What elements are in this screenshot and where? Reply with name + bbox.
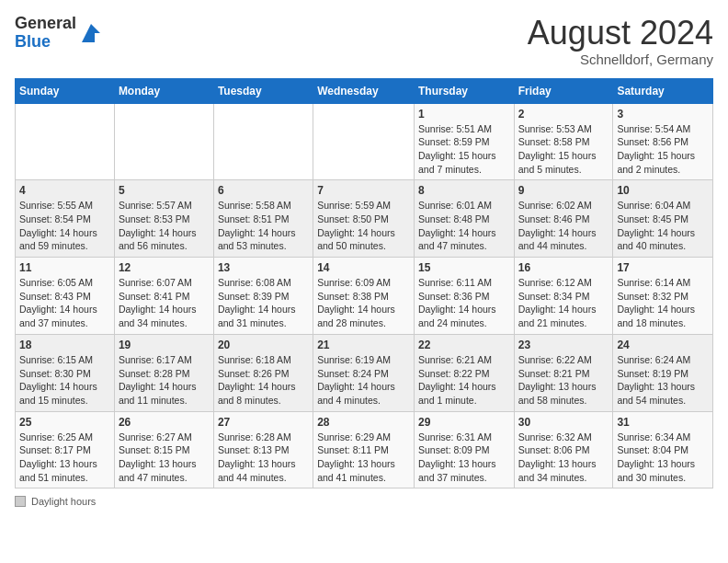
header-day-monday: Monday [114, 78, 213, 103]
day-info: Sunrise: 6:12 AM Sunset: 8:34 PM Dayligh… [518, 276, 609, 330]
day-number: 13 [218, 261, 309, 274]
day-number: 30 [518, 416, 609, 429]
calendar-cell: 3Sunrise: 5:54 AM Sunset: 8:56 PM Daylig… [613, 103, 713, 180]
calendar-cell: 14Sunrise: 6:09 AM Sunset: 8:38 PM Dayli… [313, 258, 415, 335]
location: Schnelldorf, Germany [528, 52, 713, 67]
calendar-cell [16, 103, 115, 180]
day-info: Sunrise: 5:58 AM Sunset: 8:51 PM Dayligh… [218, 199, 309, 253]
svg-marker-0 [82, 24, 100, 42]
calendar-cell: 11Sunrise: 6:05 AM Sunset: 8:43 PM Dayli… [16, 258, 115, 335]
day-number: 5 [119, 184, 210, 197]
day-number: 22 [418, 339, 510, 351]
calendar-cell: 29Sunrise: 6:31 AM Sunset: 8:09 PM Dayli… [414, 411, 514, 488]
calendar-cell [313, 103, 415, 180]
header-row: SundayMondayTuesdayWednesdayThursdayFrid… [16, 78, 713, 103]
calendar-cell: 23Sunrise: 6:22 AM Sunset: 8:21 PM Dayli… [514, 334, 613, 411]
calendar-cell: 10Sunrise: 6:04 AM Sunset: 8:45 PM Dayli… [613, 180, 713, 258]
calendar-cell: 13Sunrise: 6:08 AM Sunset: 8:39 PM Dayli… [213, 258, 313, 335]
header-day-sunday: Sunday [16, 78, 115, 103]
calendar-cell: 4Sunrise: 5:55 AM Sunset: 8:54 PM Daylig… [16, 180, 115, 258]
calendar-cell: 20Sunrise: 6:18 AM Sunset: 8:26 PM Dayli… [213, 334, 313, 411]
calendar-cell: 25Sunrise: 6:25 AM Sunset: 8:17 PM Dayli… [16, 411, 115, 488]
day-info: Sunrise: 6:01 AM Sunset: 8:48 PM Dayligh… [418, 199, 510, 253]
day-info: Sunrise: 6:08 AM Sunset: 8:39 PM Dayligh… [218, 276, 309, 330]
day-number: 2 [518, 108, 609, 121]
day-number: 31 [617, 416, 709, 429]
calendar-cell: 9Sunrise: 6:02 AM Sunset: 8:46 PM Daylig… [514, 180, 613, 258]
calendar-cell: 28Sunrise: 6:29 AM Sunset: 8:11 PM Dayli… [313, 411, 415, 488]
day-number: 18 [19, 339, 110, 351]
page-header: General Blue August 2024 Schnelldorf, Ge… [15, 15, 713, 67]
day-number: 29 [418, 416, 510, 429]
calendar-cell: 31Sunrise: 6:34 AM Sunset: 8:04 PM Dayli… [613, 411, 713, 488]
day-info: Sunrise: 5:59 AM Sunset: 8:50 PM Dayligh… [317, 199, 410, 253]
calendar-cell: 24Sunrise: 6:24 AM Sunset: 8:19 PM Dayli… [613, 334, 713, 411]
day-info: Sunrise: 5:55 AM Sunset: 8:54 PM Dayligh… [19, 199, 110, 253]
day-info: Sunrise: 6:15 AM Sunset: 8:30 PM Dayligh… [19, 353, 110, 408]
day-info: Sunrise: 6:17 AM Sunset: 8:28 PM Dayligh… [119, 353, 210, 408]
day-info: Sunrise: 6:31 AM Sunset: 8:09 PM Dayligh… [418, 431, 510, 485]
day-info: Sunrise: 5:53 AM Sunset: 8:58 PM Dayligh… [518, 122, 609, 177]
calendar-cell: 16Sunrise: 6:12 AM Sunset: 8:34 PM Dayli… [514, 258, 613, 335]
calendar-cell: 7Sunrise: 5:59 AM Sunset: 8:50 PM Daylig… [313, 180, 415, 258]
footer-note: Daylight hours [15, 496, 713, 507]
day-info: Sunrise: 6:05 AM Sunset: 8:43 PM Dayligh… [19, 276, 110, 330]
header-day-thursday: Thursday [414, 78, 514, 103]
calendar-cell: 8Sunrise: 6:01 AM Sunset: 8:48 PM Daylig… [414, 180, 514, 258]
day-info: Sunrise: 6:02 AM Sunset: 8:46 PM Dayligh… [518, 199, 609, 253]
day-info: Sunrise: 6:09 AM Sunset: 8:38 PM Dayligh… [317, 276, 410, 330]
day-number: 9 [518, 184, 609, 197]
day-info: Sunrise: 6:29 AM Sunset: 8:11 PM Dayligh… [317, 431, 410, 485]
header-day-friday: Friday [514, 78, 613, 103]
calendar-cell: 1Sunrise: 5:51 AM Sunset: 8:59 PM Daylig… [414, 103, 514, 180]
week-row-0: 1Sunrise: 5:51 AM Sunset: 8:59 PM Daylig… [16, 103, 713, 180]
day-number: 27 [218, 416, 309, 429]
day-info: Sunrise: 6:21 AM Sunset: 8:22 PM Dayligh… [418, 353, 510, 408]
title-section: August 2024 Schnelldorf, Germany [528, 15, 713, 67]
day-number: 7 [317, 184, 410, 197]
day-number: 6 [218, 184, 309, 197]
calendar-cell [213, 103, 313, 180]
day-info: Sunrise: 6:34 AM Sunset: 8:04 PM Dayligh… [617, 431, 709, 485]
day-info: Sunrise: 5:54 AM Sunset: 8:56 PM Dayligh… [617, 122, 709, 177]
day-number: 3 [617, 108, 709, 121]
day-info: Sunrise: 5:57 AM Sunset: 8:53 PM Dayligh… [119, 199, 210, 253]
calendar-cell: 5Sunrise: 5:57 AM Sunset: 8:53 PM Daylig… [114, 180, 213, 258]
calendar-cell: 17Sunrise: 6:14 AM Sunset: 8:32 PM Dayli… [613, 258, 713, 335]
day-number: 21 [317, 339, 410, 351]
calendar-cell [114, 103, 213, 180]
day-number: 24 [617, 339, 709, 351]
calendar-cell: 19Sunrise: 6:17 AM Sunset: 8:28 PM Dayli… [114, 334, 213, 411]
day-number: 15 [418, 261, 510, 274]
day-number: 14 [317, 261, 410, 274]
calendar-cell: 22Sunrise: 6:21 AM Sunset: 8:22 PM Dayli… [414, 334, 514, 411]
header-day-saturday: Saturday [613, 78, 713, 103]
calendar-cell: 6Sunrise: 5:58 AM Sunset: 8:51 PM Daylig… [213, 180, 313, 258]
day-info: Sunrise: 6:32 AM Sunset: 8:06 PM Dayligh… [518, 431, 609, 485]
day-info: Sunrise: 6:04 AM Sunset: 8:45 PM Dayligh… [617, 199, 709, 253]
day-number: 8 [418, 184, 510, 197]
calendar-cell: 26Sunrise: 6:27 AM Sunset: 8:15 PM Dayli… [114, 411, 213, 488]
calendar-cell: 27Sunrise: 6:28 AM Sunset: 8:13 PM Dayli… [213, 411, 313, 488]
header-day-tuesday: Tuesday [213, 78, 313, 103]
day-info: Sunrise: 5:51 AM Sunset: 8:59 PM Dayligh… [418, 122, 510, 177]
calendar-header: SundayMondayTuesdayWednesdayThursdayFrid… [16, 78, 713, 103]
calendar-cell: 15Sunrise: 6:11 AM Sunset: 8:36 PM Dayli… [414, 258, 514, 335]
daylight-dot [15, 496, 26, 507]
day-number: 23 [518, 339, 609, 351]
week-row-3: 18Sunrise: 6:15 AM Sunset: 8:30 PM Dayli… [16, 334, 713, 411]
day-number: 28 [317, 416, 410, 429]
day-info: Sunrise: 6:28 AM Sunset: 8:13 PM Dayligh… [218, 431, 309, 485]
day-info: Sunrise: 6:24 AM Sunset: 8:19 PM Dayligh… [617, 353, 709, 408]
daylight-label: Daylight hours [31, 496, 96, 507]
day-info: Sunrise: 6:07 AM Sunset: 8:41 PM Dayligh… [119, 276, 210, 330]
day-number: 4 [19, 184, 110, 197]
day-info: Sunrise: 6:11 AM Sunset: 8:36 PM Dayligh… [418, 276, 510, 330]
day-info: Sunrise: 6:22 AM Sunset: 8:21 PM Dayligh… [518, 353, 609, 408]
calendar-cell: 12Sunrise: 6:07 AM Sunset: 8:41 PM Dayli… [114, 258, 213, 335]
logo-blue: Blue [15, 32, 51, 51]
day-number: 10 [617, 184, 709, 197]
day-number: 1 [418, 108, 510, 121]
calendar-cell: 30Sunrise: 6:32 AM Sunset: 8:06 PM Dayli… [514, 411, 613, 488]
day-number: 19 [119, 339, 210, 351]
